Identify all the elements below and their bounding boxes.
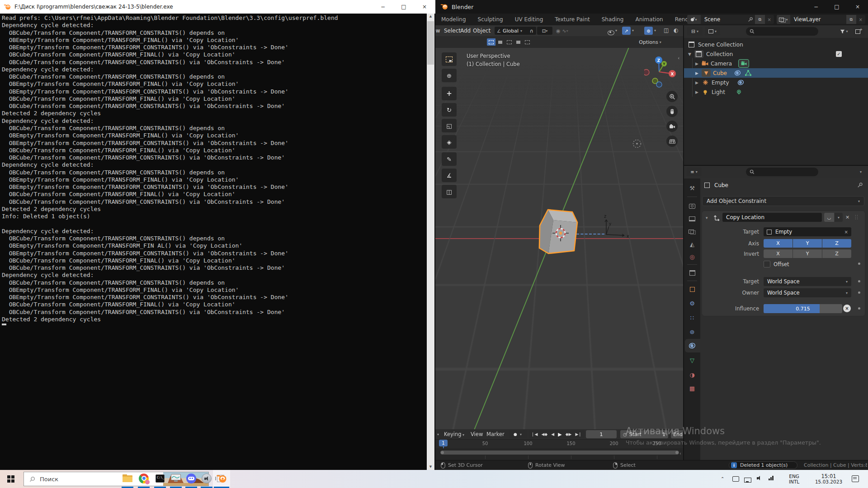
xray-toggle-icon[interactable]: ◫	[664, 27, 669, 33]
taskbar-file-explorer[interactable]	[119, 470, 136, 487]
editor-divider-horizontal[interactable]	[684, 165, 868, 166]
sidebar-collapse-icon[interactable]: ‹	[678, 55, 679, 61]
tool-rotate[interactable]: ↻	[442, 103, 457, 117]
playhead-badge[interactable]: 1	[439, 440, 448, 446]
outliner-label[interactable]: Camera	[711, 61, 732, 67]
viewlayer-name[interactable]: ViewLayer	[790, 16, 846, 23]
axis-x-button[interactable]: X	[764, 239, 793, 248]
light-gizmo[interactable]	[631, 138, 643, 150]
decorator-dot[interactable]	[858, 307, 860, 310]
show-overlays-toggle[interactable]: ⊚	[644, 27, 653, 35]
camera-view-button[interactable]	[666, 121, 678, 132]
tool-add-cube[interactable]: ◫	[442, 185, 457, 198]
tool-select-box[interactable]: ►	[442, 52, 457, 66]
invert-z-button[interactable]: Z	[822, 249, 851, 258]
constraint-delete-icon[interactable]: ×	[845, 214, 849, 220]
tray-display-icon[interactable]	[744, 476, 751, 484]
tab-particles[interactable]: ∷	[684, 312, 700, 324]
outliner-row-empty[interactable]: ▶ Empty	[684, 78, 868, 87]
taskbar-console-app[interactable]: C:\_	[152, 470, 168, 487]
select-mode-subtract-button[interactable]	[505, 38, 514, 46]
expander-icon[interactable]: ▶	[695, 71, 698, 75]
tab-modeling[interactable]: Modeling	[435, 14, 472, 25]
taskbar-monitor-app[interactable]	[168, 470, 184, 487]
constraint-name-field[interactable]: Copy Location	[722, 213, 822, 222]
jump-to-start-button[interactable]: ❘◀	[531, 432, 538, 436]
axis-y-button[interactable]: Y	[793, 239, 822, 248]
properties-search-input[interactable]	[746, 168, 818, 176]
tray-expand-icon[interactable]: ⌃	[721, 476, 724, 481]
overlays-dropdown-icon[interactable]: ▾	[654, 28, 656, 33]
tab-render[interactable]	[684, 200, 700, 212]
menu-select[interactable]: Select	[444, 28, 461, 34]
expander-icon[interactable]: ▶	[695, 61, 698, 66]
timeline-scrollbar[interactable]	[440, 450, 679, 455]
menu-object[interactable]: Object	[473, 28, 491, 34]
tab-output[interactable]	[684, 213, 700, 225]
outliner-display-mode-dropdown[interactable]: ⊟▾	[687, 27, 703, 36]
panel-expand-icon[interactable]: ▾	[706, 216, 708, 220]
expander-icon[interactable]: ▶	[695, 80, 698, 85]
tool-scale[interactable]: ◱	[442, 119, 457, 132]
timeline-ruler[interactable]: 50 100 150 200 250	[435, 439, 684, 449]
scene-name[interactable]: Scene	[701, 16, 748, 23]
timeline-marker-menu[interactable]: Marker	[486, 431, 505, 437]
outliner-row-collection[interactable]: ▼ Collection ✓	[684, 49, 868, 59]
console-scroll-thumb[interactable]	[427, 21, 434, 65]
taskbar-volume-app[interactable]	[198, 470, 215, 487]
next-keyframe-button[interactable]: ◆▶	[566, 432, 572, 436]
outliner-label[interactable]: Light	[712, 89, 725, 95]
viewlayer-copy-icon[interactable]: ⧉	[846, 15, 856, 24]
outliner-row-cube-selected[interactable]: ▶ ▼ Cube	[684, 68, 868, 78]
tab-tool[interactable]: ⚒	[684, 182, 700, 194]
tab-texture-paint[interactable]: Texture Paint	[549, 14, 595, 25]
keying-menu[interactable]: Keying	[444, 431, 462, 437]
menu-view[interactable]: View	[435, 28, 440, 34]
expander-icon[interactable]: ▶	[695, 90, 698, 94]
tool-transform[interactable]: ◈	[442, 135, 457, 149]
tool-move[interactable]: +	[442, 87, 457, 100]
tool-annotate[interactable]: ✎	[442, 152, 457, 166]
taskbar-chrome[interactable]	[136, 470, 152, 487]
empty-object[interactable]: z y x	[596, 208, 635, 241]
auto-keying-toggle[interactable]: ●▾	[509, 430, 527, 438]
scene-icon[interactable]: ▾	[687, 15, 701, 24]
new-collection-button[interactable]: +	[854, 27, 864, 36]
status-report-message[interactable]: i Deleted 1 object(s)	[729, 461, 797, 469]
constraint-extras-dropdown[interactable]: ▾	[835, 213, 843, 222]
tool-cursor[interactable]: ⊕	[442, 69, 457, 82]
blender-minimize-button[interactable]: −	[806, 0, 826, 14]
influence-clear-icon[interactable]: ×	[843, 305, 851, 312]
tab-constraints-active[interactable]	[684, 340, 700, 352]
offset-checkbox[interactable]	[764, 261, 770, 267]
timeline-collapse-icon[interactable]: ‹	[679, 451, 681, 456]
outliner-label[interactable]: Cube	[713, 70, 727, 76]
tool-measure[interactable]: ∡	[442, 169, 457, 182]
breadcrumb-object-name[interactable]: Cube	[714, 182, 728, 188]
viewport-3d[interactable]: z y x User Perspective (1) Collection | …	[435, 48, 684, 429]
frame-end-field[interactable]: End250	[671, 430, 684, 438]
outliner-label[interactable]: Scene Collection	[698, 42, 743, 48]
options-button[interactable]: Options▾	[637, 38, 663, 46]
outliner-search-input[interactable]	[746, 27, 818, 36]
blender-maximize-button[interactable]: □	[826, 0, 847, 14]
tab-object-data[interactable]: ▽	[684, 354, 700, 366]
timeline-editor-icon[interactable]: ▾	[437, 432, 439, 436]
console-maximize-button[interactable]: □	[393, 0, 414, 14]
snap-target-dropdown[interactable]: ⊡▾	[537, 27, 552, 35]
viewlayer-icon[interactable]: ▾	[777, 15, 790, 24]
constraint-mute-toggle[interactable]: ◡	[824, 213, 834, 222]
outliner-row-scene-collection[interactable]: Scene Collection	[684, 40, 868, 49]
scene-selector[interactable]: ▾ Scene ⧉ ×	[687, 15, 774, 24]
console-close-button[interactable]: ×	[414, 0, 435, 14]
taskbar-blender-active[interactable]	[213, 470, 230, 487]
tray-language[interactable]: ENG INTL	[789, 474, 799, 484]
outliner-label[interactable]: Empty	[712, 80, 729, 86]
keying-dropdown-icon[interactable]: ▾	[462, 433, 464, 437]
console-scrollbar[interactable]: ▲ ▼	[427, 14, 434, 470]
start-button[interactable]	[0, 470, 22, 488]
target-space-dropdown[interactable]: World Space▾	[764, 277, 851, 286]
tab-collection[interactable]	[684, 267, 700, 279]
tab-material[interactable]: ◑	[684, 369, 700, 380]
expander-icon[interactable]: ▼	[688, 52, 691, 56]
